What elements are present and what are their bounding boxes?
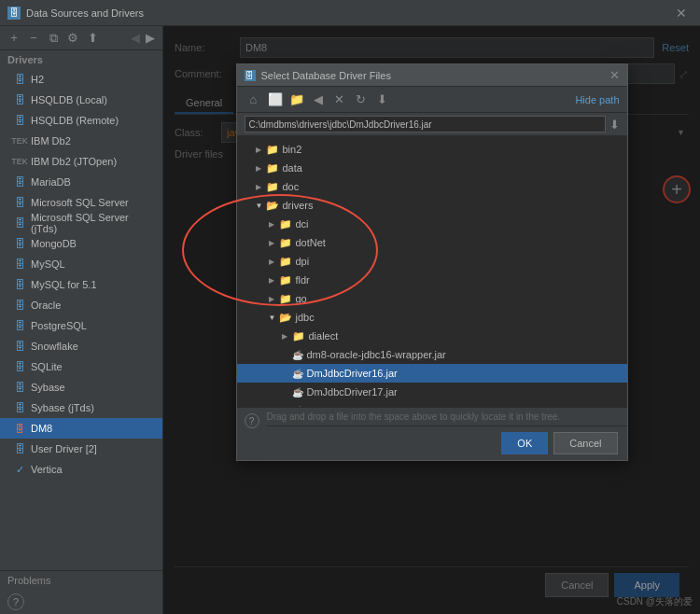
sidebar-item-snowflake[interactable]: 🗄 Snowflake [0, 336, 162, 356]
folder-icon: 📁 [266, 181, 279, 193]
dialog-title-bar: 🗄 Select Database Driver Files ✕ [237, 64, 627, 87]
sidebar-item-mssql-jtds[interactable]: 🗄 Microsoft SQL Server (jTds) [0, 213, 162, 233]
download-button[interactable]: ⬇ [373, 91, 392, 109]
hint-text: Drag and drop a file into the space abov… [267, 412, 561, 422]
sidebar-item-label: Sybase (jTds) [31, 402, 94, 413]
sidebar-item-mariadb[interactable]: 🗄 MariaDB [0, 172, 162, 192]
tree-item-dotnet[interactable]: ▶ 📁 dotNet [237, 233, 627, 252]
duplicate-button[interactable]: ⧉ [45, 30, 62, 47]
sidebar-item-label: MongoDB [31, 238, 77, 249]
sidebar-item-h2[interactable]: 🗄 H2 [0, 69, 162, 90]
settings-button[interactable]: ⚙ [64, 30, 81, 47]
sidebar-item-label: Oracle [31, 300, 61, 311]
tree-item-label: jdbc [296, 312, 315, 323]
delete-button[interactable]: ✕ [330, 91, 349, 109]
sidebar-item-label: Microsoft SQL Server [31, 197, 129, 208]
tree-item-label: dci [296, 218, 309, 230]
sidebar-item-label: HSQLDB (Remote) [31, 115, 119, 126]
sidebar-item-dm8[interactable]: 🗄 DM8 [0, 418, 162, 439]
sidebar-item-sqlite[interactable]: 🗄 SQLite [0, 356, 162, 377]
tree-item-dpi[interactable]: ▶ 📁 dpi [237, 252, 627, 271]
dialog-path-input[interactable] [245, 116, 606, 133]
nav-new-folder-button[interactable]: 📁 [287, 91, 306, 109]
sidebar-item-oracle[interactable]: 🗄 Oracle [0, 295, 162, 315]
tree-item-label: drivers [283, 200, 314, 211]
sidebar-item-label: Sybase [31, 382, 65, 393]
folder-icon: 📁 [279, 237, 292, 249]
expand-arrow: ▼ [256, 202, 263, 210]
download-icon[interactable]: ⬇ [609, 118, 620, 132]
tree-item-wrapper-jar[interactable]: ▶ ☕ dm8-oracle-jdbc16-wrapper.jar [237, 345, 627, 364]
tree-item-drivers[interactable]: ▼ 📂 drivers [237, 196, 627, 215]
nav-up-button[interactable]: ⬜ [266, 91, 285, 109]
jar-icon: ☕ [292, 369, 303, 379]
help-button[interactable]: ? [7, 593, 24, 610]
tree-item-label: dotNet [296, 237, 326, 248]
db-icon: 🗄 [13, 175, 26, 188]
db-icon: 🗄 [13, 340, 26, 353]
sidebar-item-postgresql[interactable]: 🗄 PostgreSQL [0, 315, 162, 336]
sidebar-item-hsqldb-remote[interactable]: 🗄 HSQLDB (Remote) [0, 110, 162, 131]
tree-item-bin2[interactable]: ▶ 📁 bin2 [237, 140, 627, 159]
folder-icon: 📁 [279, 218, 292, 230]
folder-icon: 📁 [279, 274, 292, 286]
folder-icon: 📁 [279, 256, 292, 268]
hide-path-link[interactable]: Hide path [575, 94, 619, 105]
dialog-help-button[interactable]: ? [245, 413, 259, 428]
jar-icon: ☕ [292, 406, 303, 408]
dialog-close-button[interactable]: ✕ [609, 68, 620, 82]
tree-item-go[interactable]: ▶ 📁 go [237, 289, 627, 308]
sidebar-item-label: MariaDB [31, 176, 71, 188]
nav-back-button[interactable]: ◀ [309, 91, 328, 109]
dialog-title: Select Database Driver Files [261, 70, 609, 81]
sidebar-item-user-driver[interactable]: 🗄 User Driver [2] [0, 439, 162, 459]
close-button[interactable]: ✕ [670, 4, 693, 22]
back-button[interactable]: ◀ [129, 31, 142, 45]
sidebar-item-mysql51[interactable]: 🗄 MySQL for 5.1 [0, 274, 162, 295]
tree-item-data[interactable]: ▶ 📁 data [237, 159, 627, 177]
tree-item-jdbc[interactable]: ▼ 📂 jdbc [237, 308, 627, 327]
expand-arrow: ▼ [269, 314, 276, 322]
remove-driver-button[interactable]: − [25, 30, 42, 47]
export-button[interactable]: ⬆ [84, 30, 101, 47]
sidebar-item-vertica[interactable]: ✓ Vertica [0, 459, 162, 480]
select-driver-dialog: 🗄 Select Database Driver Files ✕ ⌂ ⬜ 📁 ◀… [236, 63, 628, 461]
tree-item-doc[interactable]: ▶ 📁 doc [237, 177, 627, 196]
tree-item-dialect[interactable]: ▶ 📁 dialect [237, 327, 627, 345]
tree-item-driver17[interactable]: ▶ ☕ DmJdbcDriver17.jar [237, 383, 627, 401]
dialog-icon: 🗄 [245, 70, 256, 81]
sidebar-item-label: IBM Db2 (JTOpen) [31, 156, 117, 167]
tree-item-label: DmJdbcDriver18.jar [307, 405, 398, 407]
jar-icon: ☕ [292, 350, 303, 360]
nav-home-button[interactable]: ⌂ [245, 91, 263, 109]
sidebar-item-label: H2 [31, 74, 44, 85]
dialog-cancel-button[interactable]: Cancel [553, 432, 617, 454]
add-driver-button[interactable]: + [6, 30, 22, 47]
db-icon: 🗄 [13, 216, 26, 230]
db-icon: 🗄 [13, 258, 26, 271]
problems-label: Problems [0, 570, 162, 590]
tree-item-label: DmJdbcDriver17.jar [307, 386, 398, 398]
dialog-hint: ? Drag and drop a file into the space ab… [237, 407, 627, 426]
sidebar-item-ibm-db2[interactable]: TEK IBM Db2 [0, 131, 162, 151]
expand-arrow: ▶ [269, 239, 276, 247]
sidebar-item-sybase[interactable]: 🗄 Sybase [0, 377, 162, 398]
sidebar-item-mysql[interactable]: 🗄 MySQL [0, 254, 162, 274]
refresh-button[interactable]: ↻ [352, 91, 371, 109]
sidebar-item-mongodb[interactable]: 🗄 MongoDB [0, 233, 162, 254]
sidebar-item-ibm-db2-jtopen[interactable]: TEK IBM Db2 (JTOpen) [0, 151, 162, 172]
app-icon: 🗄 [7, 7, 21, 20]
right-panel: Name: Reset Comment: ⤢ General Options A… [163, 26, 700, 614]
db-icon: 🗄 [13, 93, 26, 106]
sidebar-item-mssql[interactable]: 🗄 Microsoft SQL Server [0, 192, 162, 213]
sidebar-item-sybase-jtds[interactable]: 🗄 Sybase (jTds) [0, 398, 162, 418]
tree-item-driver16[interactable]: ▶ ☕ DmJdbcDriver16.jar [237, 364, 627, 383]
dm8-icon: 🗄 [13, 422, 26, 435]
forward-button[interactable]: ▶ [144, 31, 157, 45]
tree-item-fldr[interactable]: ▶ 📁 fldr [237, 271, 627, 289]
sidebar-item-hsqldb-local[interactable]: 🗄 HSQLDB (Local) [0, 90, 162, 110]
dialog-ok-button[interactable]: OK [501, 432, 548, 454]
folder-icon: 📁 [292, 330, 305, 342]
db-icon: TEK [13, 155, 26, 168]
tree-item-dci[interactable]: ▶ 📁 dci [237, 215, 627, 233]
